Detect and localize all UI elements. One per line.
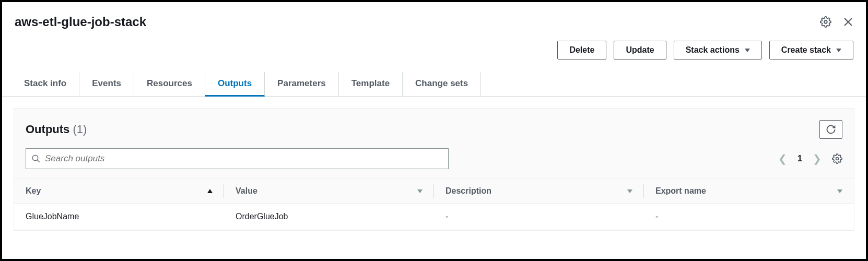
svg-line-4 bbox=[37, 160, 40, 162]
tab-events[interactable]: Events bbox=[79, 72, 134, 97]
delete-button-label: Delete bbox=[569, 45, 594, 55]
table-header-row: Key Value Description Export name bbox=[14, 179, 854, 204]
col-key[interactable]: Key bbox=[14, 179, 224, 204]
settings-gear-icon[interactable] bbox=[820, 16, 831, 28]
cell-export-name: - bbox=[644, 204, 854, 230]
stack-actions-button[interactable]: Stack actions bbox=[674, 41, 762, 60]
table-row[interactable]: GlueJobName OrderGlueJob - - bbox=[14, 204, 854, 230]
col-description-label: Description bbox=[445, 186, 491, 196]
search-wrap[interactable] bbox=[26, 148, 449, 169]
col-description[interactable]: Description bbox=[434, 179, 644, 204]
outputs-table: Key Value Description Export name GlueJo… bbox=[14, 179, 854, 230]
page-number: 1 bbox=[797, 154, 802, 163]
outputs-panel: Outputs (1) ❮ 1 ❯ bbox=[14, 108, 854, 231]
caret-down-icon bbox=[836, 49, 841, 52]
svg-point-5 bbox=[836, 158, 839, 160]
tab-stack-info[interactable]: Stack info bbox=[15, 72, 79, 97]
caret-down-icon bbox=[745, 49, 750, 52]
svg-point-3 bbox=[32, 155, 38, 161]
page-header: aws-etl-glue-job-stack bbox=[2, 2, 866, 35]
panel-title: Outputs (1) bbox=[26, 123, 87, 136]
prev-page-icon[interactable]: ❮ bbox=[776, 150, 789, 167]
tab-parameters[interactable]: Parameters bbox=[265, 72, 339, 97]
col-export-label: Export name bbox=[655, 186, 706, 196]
cell-key: GlueJobName bbox=[14, 204, 224, 230]
sort-menu-icon bbox=[627, 189, 632, 193]
tab-template[interactable]: Template bbox=[339, 72, 403, 97]
pager: ❮ 1 ❯ bbox=[776, 150, 842, 167]
panel-controls: ❮ 1 ❯ bbox=[14, 144, 854, 179]
sort-menu-icon bbox=[417, 189, 423, 193]
cell-value: OrderGlueJob bbox=[224, 204, 434, 230]
panel-count: (1) bbox=[73, 123, 87, 136]
tab-resources[interactable]: Resources bbox=[134, 72, 205, 97]
search-icon bbox=[31, 154, 41, 163]
next-page-icon[interactable]: ❯ bbox=[811, 150, 824, 167]
refresh-button[interactable] bbox=[819, 120, 842, 139]
col-value-label: Value bbox=[236, 186, 257, 196]
svg-point-0 bbox=[824, 20, 827, 23]
create-stack-label: Create stack bbox=[781, 45, 831, 55]
create-stack-button[interactable]: Create stack bbox=[769, 41, 853, 60]
sort-menu-icon bbox=[837, 189, 842, 193]
stack-actions-label: Stack actions bbox=[686, 45, 740, 55]
tab-change-sets[interactable]: Change sets bbox=[403, 72, 481, 97]
tab-outputs[interactable]: Outputs bbox=[205, 72, 265, 97]
panel-title-text: Outputs bbox=[26, 123, 69, 136]
panel-header: Outputs (1) bbox=[14, 109, 854, 144]
refresh-icon bbox=[826, 124, 836, 135]
table-settings-gear-icon[interactable] bbox=[832, 153, 842, 164]
col-value[interactable]: Value bbox=[224, 179, 434, 204]
col-key-label: Key bbox=[26, 186, 41, 196]
stack-title: aws-etl-glue-job-stack bbox=[15, 15, 146, 29]
action-toolbar: Delete Update Stack actions Create stack bbox=[2, 35, 866, 72]
delete-button[interactable]: Delete bbox=[557, 41, 606, 60]
update-button[interactable]: Update bbox=[614, 41, 666, 60]
header-controls bbox=[820, 16, 853, 28]
close-icon[interactable] bbox=[843, 17, 853, 27]
search-input[interactable] bbox=[45, 153, 443, 164]
cell-description: - bbox=[434, 204, 644, 230]
update-button-label: Update bbox=[626, 45, 654, 55]
col-export-name[interactable]: Export name bbox=[644, 179, 854, 204]
tabs-bar: Stack info Events Resources Outputs Para… bbox=[2, 72, 866, 97]
sort-asc-icon bbox=[207, 189, 213, 193]
